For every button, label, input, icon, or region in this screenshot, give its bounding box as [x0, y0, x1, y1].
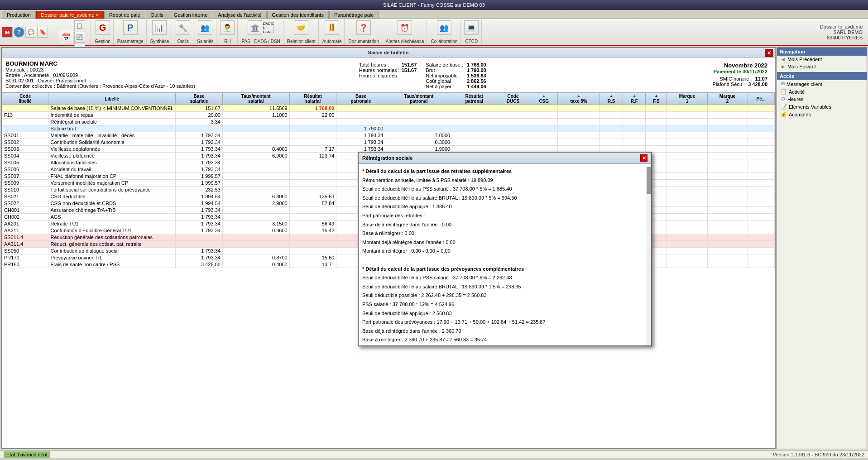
bookmark-icon[interactable]: 🔖	[37, 27, 48, 38]
cell-4-8	[496, 132, 530, 139]
cell-2-10	[558, 119, 600, 125]
table-row[interactable]: F13Indemnité de repas20.001.100022.00	[2, 112, 775, 119]
title-text: SILAE CLIENT - Fanny COSSE sur DEMO 03	[383, 2, 485, 8]
traitement-icon2[interactable]: 📋	[74, 20, 85, 31]
toolbar-group-ctcd: 💻 CTCD	[461, 19, 482, 45]
popup-line: Part patronale des retraites :	[362, 212, 647, 220]
periode-mois: Novembre 2022	[713, 62, 767, 69]
nav-acomptes[interactable]: 💰 Acomptes	[777, 110, 867, 118]
pas-icon2[interactable]: DADS-UDSN	[263, 22, 274, 33]
smic-lbl: SMIC horaire :	[720, 76, 752, 81]
cell-2-0	[2, 119, 48, 125]
cell-9-3	[222, 166, 289, 173]
help-icon[interactable]: ?	[14, 27, 24, 38]
cell-15-1: Assurance chômage TrA+TrB	[48, 207, 176, 214]
message-icon[interactable]: 💬	[25, 27, 36, 38]
plafond-val: 3 428.00	[748, 81, 767, 87]
ae-icon[interactable]: ae	[2, 27, 13, 38]
cell-2-7	[452, 119, 496, 125]
th-rs: +R.S	[599, 93, 623, 105]
sal-base-lbl: Salaire de base :	[426, 62, 463, 67]
scrollbar-thumb[interactable]	[647, 167, 651, 194]
tab-production[interactable]: Production	[2, 11, 36, 19]
collab-icon1[interactable]: 👥	[437, 20, 451, 35]
cell-9-0: SS006	[2, 166, 48, 173]
rh-icon1[interactable]: 👨‍💼	[220, 20, 235, 35]
cell-11-15	[707, 180, 748, 187]
tab-identifiants[interactable]: Gestion des identifiants	[267, 11, 329, 19]
table-row[interactable]: Réintégration sociale3.34	[2, 119, 775, 125]
cell-12-1: Forfait social sur contributions de prév…	[48, 187, 176, 193]
cell-2-14	[667, 119, 707, 125]
reintegration-popup: Réintégration sociale ✕ * Détail du calc…	[358, 152, 652, 346]
cell-18-2: 1 793.34	[176, 227, 223, 234]
net-lbl: Net à payer :	[426, 84, 454, 89]
traitement-icon1[interactable]: 📅	[59, 30, 73, 44]
th-pe: Pé...	[748, 93, 774, 105]
popup-line: Seuil de déductibilité lié au salaire BR…	[362, 194, 647, 202]
cell-19-0: SS311.4	[2, 234, 48, 241]
cell-19-3	[222, 234, 289, 241]
popup-close-button[interactable]: ✕	[640, 154, 647, 162]
cell-11-1: Versement mobilités majoration CP	[48, 180, 176, 187]
nav-mois-precedent[interactable]: ◄ Mois Précédent	[777, 56, 867, 63]
alertes-icon1[interactable]: ⏰	[398, 20, 412, 35]
toolbar-group-gestion: G Gestion	[92, 19, 113, 45]
table-row[interactable]: Salaire brut1 790.00	[2, 125, 775, 132]
cell-10-3	[222, 173, 289, 180]
table-row[interactable]: SS001Maladie - maternité - invalidité - …	[2, 132, 775, 139]
cell-10-15	[707, 173, 748, 180]
salaries-label: Salariés	[197, 39, 213, 44]
cell-13-3: 6.8000	[222, 193, 289, 200]
cell-3-0	[2, 125, 48, 132]
cell-23-2: 3 428.00	[176, 261, 223, 268]
tab-gestion[interactable]: Gestion interne	[169, 11, 213, 19]
nav-mois-suivant[interactable]: ► Mois Suivant	[777, 63, 867, 70]
cell-8-4	[289, 159, 336, 166]
nav-heures[interactable]: ⏱ Heures	[777, 96, 867, 103]
ctcd-icon1[interactable]: 💻	[464, 20, 479, 35]
popup-content: * Détail du calcul de la part issue des …	[359, 164, 651, 345]
gestion-icon1[interactable]: G	[96, 20, 110, 35]
tab-robot[interactable]: Robot de paie	[104, 11, 145, 19]
table-row[interactable]: SS002Contribution Solidarité Autonomie1 …	[2, 139, 775, 146]
cell-6-2: 1 793.34	[176, 146, 223, 153]
cell-14-3: 2.9000	[222, 200, 289, 207]
tab-outils[interactable]: Outils	[146, 11, 168, 19]
cell-0-14	[667, 105, 707, 112]
relation-icon1[interactable]: 🤝	[294, 20, 308, 35]
automate-icon1[interactable]: ⏸	[325, 20, 339, 35]
traitement-icon3[interactable]: 🔄	[74, 32, 85, 43]
tab-dossier[interactable]: Dossier paie fc_avdemo ×	[36, 11, 104, 19]
th-ducs: CodeDUCS	[496, 93, 530, 105]
cell-11-2: 1 999.57	[176, 180, 223, 187]
cell-3-1: Salaire brut	[48, 125, 176, 132]
cell-8-14	[667, 159, 707, 166]
tab-analyse[interactable]: Analyse de l'activité	[213, 11, 266, 19]
doc-icon1[interactable]: ❓	[356, 20, 371, 35]
cell-8-0: SS005	[2, 159, 48, 166]
param-label: Paramétrage	[117, 39, 144, 44]
cell-0-11	[599, 105, 623, 112]
param-icon1[interactable]: P	[123, 20, 138, 35]
cell-18-16	[748, 227, 774, 234]
outils-icon1[interactable]: 🔧	[176, 20, 190, 35]
synthese-icon1[interactable]: 📊	[152, 20, 167, 35]
nav-title: Navigation	[780, 49, 805, 54]
salaries-icon1[interactable]: 👥	[198, 20, 212, 35]
cell-17-14	[667, 220, 707, 227]
popup-scrollbar[interactable]	[646, 166, 651, 345]
tab-parametrage[interactable]: Paramétrage paie	[329, 11, 379, 19]
pas-icon1[interactable]: 🏛️	[248, 20, 262, 35]
table-row[interactable]: Salaire de base (15 %) < MINIMUM CONVENT…	[2, 105, 775, 112]
popup-line: Base à réintégrer : 2 360.70 + 235.87 - …	[362, 336, 647, 344]
cell-1-11	[599, 112, 623, 119]
bulletin-close-button[interactable]: ✕	[765, 49, 773, 57]
cell-5-13	[646, 139, 667, 146]
nav-activite[interactable]: 📋 Activité	[777, 88, 867, 96]
cell-7-14	[667, 153, 707, 159]
nav-elements-variables[interactable]: 📝 Eléments Variables	[777, 103, 867, 110]
nav-messages[interactable]: ✉ Messages client	[777, 80, 867, 88]
cell-1-12	[623, 112, 646, 119]
popup-line: Seuil de déductibilité lié au salaire BR…	[362, 283, 647, 291]
